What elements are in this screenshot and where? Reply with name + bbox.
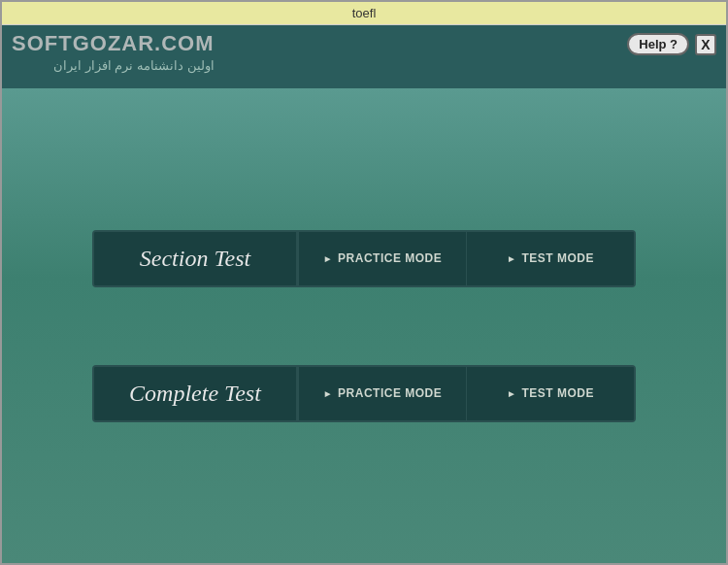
logo-area: SOFTGOZAR.COM اولین دانشنامه نرم افزار ا… [12,31,215,73]
header-buttons: Help ? X [627,31,716,55]
play-icon-2: ► [507,253,516,264]
complete-test-mode-label: TEST MODE [521,386,594,400]
complete-test-mode-button[interactable]: ► TEST MODE [466,367,634,420]
close-button[interactable]: X [695,34,716,55]
section-test-label: TEST MODE [521,251,594,265]
title-bar: toefl [2,2,726,25]
play-icon-1: ► [323,253,333,264]
play-icon-3: ► [323,388,333,399]
section-practice-mode-button[interactable]: ► PRACTICE MODE [298,232,466,285]
main-window: toefl SOFTGOZAR.COM اولین دانشنامه نرم ا… [0,0,728,565]
logo-text: SOFTGOZAR.COM [12,31,215,56]
section-test-label: Section Test [94,232,298,285]
complete-test-row: Complete Test ► PRACTICE MODE ► TEST MOD… [92,365,636,422]
section-test-row: Section Test ► PRACTICE MODE ► TEST MODE [92,230,636,287]
help-button[interactable]: Help ? [627,33,689,55]
complete-test-label-text: Complete Test [129,381,261,407]
play-icon-4: ► [507,388,516,399]
main-content: Section Test ► PRACTICE MODE ► TEST MODE… [2,88,726,563]
complete-practice-label: PRACTICE MODE [338,386,442,400]
section-test-label-text: Section Test [140,246,250,272]
section-practice-label: PRACTICE MODE [338,251,442,265]
complete-test-label: Complete Test [94,367,298,420]
section-test-modes: ► PRACTICE MODE ► TEST MODE [298,232,634,285]
section-test-mode-button[interactable]: ► TEST MODE [466,232,634,285]
app-header: SOFTGOZAR.COM اولین دانشنامه نرم افزار ا… [2,25,726,88]
complete-test-modes: ► PRACTICE MODE ► TEST MODE [298,367,634,420]
window-title: toefl [352,6,377,20]
logo-subtitle: اولین دانشنامه نرم افزار ایران [12,58,215,73]
complete-practice-mode-button[interactable]: ► PRACTICE MODE [298,367,466,420]
